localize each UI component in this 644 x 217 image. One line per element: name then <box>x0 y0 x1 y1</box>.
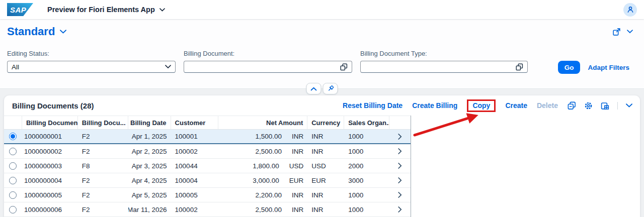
value-help-icon[interactable] <box>340 63 348 71</box>
cell-currency: INR <box>307 188 344 202</box>
variant-title: Standard <box>7 25 55 38</box>
row-radio-button[interactable] <box>9 191 17 199</box>
row-radio-button[interactable] <box>9 206 17 213</box>
row-navigation-cell[interactable] <box>389 202 411 216</box>
pin-icon <box>327 85 334 92</box>
billing-document-input[interactable] <box>184 61 352 73</box>
row-radio-button[interactable] <box>9 162 17 170</box>
cell-customer: 100002 <box>171 202 219 216</box>
table-row[interactable]: 1000000005F2Apr 5, 20251000052,200.00INR… <box>4 188 411 202</box>
row-radio-button[interactable] <box>9 133 17 140</box>
cell-net-amount: 2,200.00INR <box>218 188 307 202</box>
export-spreadsheet-icon <box>601 101 609 110</box>
chevron-down-icon <box>159 8 165 12</box>
column-header-sales-organ[interactable]: Sales Organ... <box>344 116 389 129</box>
dynamic-page-header: Standard Editing Status: All Billing Doc… <box>0 19 644 89</box>
editing-status-select[interactable]: All <box>7 61 176 73</box>
table-row[interactable]: 1000000006F2Mar 11, 20261000022,500.00IN… <box>4 202 411 217</box>
settings-button[interactable] <box>584 101 593 110</box>
chevron-down-icon[interactable] <box>627 30 633 34</box>
paste-button[interactable] <box>568 101 576 110</box>
create-button[interactable]: Create <box>505 101 527 110</box>
billing-document-type-input[interactable] <box>360 61 528 73</box>
row-navigation-cell[interactable] <box>389 159 411 173</box>
avatar[interactable] <box>623 3 637 17</box>
row-navigation-cell[interactable] <box>389 188 411 202</box>
share-icon[interactable] <box>612 28 621 36</box>
pin-header-button[interactable] <box>323 83 338 94</box>
collapse-header-button[interactable] <box>306 83 321 94</box>
cell-sales-org: 3000 <box>344 173 389 187</box>
red-highlight-box: Copy <box>467 99 496 112</box>
column-header-billing-date[interactable]: Billing Date <box>128 116 171 129</box>
column-header-net-amount[interactable]: Net Amount <box>218 116 307 129</box>
row-radio-button[interactable] <box>9 148 17 155</box>
toolbar-icons <box>568 101 632 110</box>
column-header-currency[interactable]: Currency <box>307 116 344 129</box>
shell-header: SAP Preview for Fiori Elements App <box>0 0 644 19</box>
row-select-cell[interactable] <box>4 188 22 202</box>
cell-customer: 100002 <box>171 144 219 158</box>
cell-billing-document: 1000000006 <box>22 202 78 216</box>
row-navigation-cell[interactable] <box>389 130 411 143</box>
net-amount-value: 3,000.00 <box>253 177 279 184</box>
table-row[interactable]: 1000000003F8Apr 3, 20251000441,800.00USD… <box>4 159 411 173</box>
reset-billing-date-button[interactable]: Reset Billing Date <box>343 101 403 110</box>
column-header-navigation <box>389 116 411 129</box>
table-menu-chevron-button[interactable] <box>626 103 632 107</box>
table-row[interactable]: 1000000001F2Apr 1, 20251000011,500.00INR… <box>4 130 411 144</box>
row-navigation-cell[interactable] <box>389 173 411 187</box>
chevron-up-icon <box>311 87 317 91</box>
row-select-cell[interactable] <box>4 159 22 173</box>
column-header-billing-docu[interactable]: Billing Docu... <box>78 116 128 129</box>
sap-logo-icon: SAP <box>7 3 33 16</box>
toolbar-separator <box>617 102 618 110</box>
adapt-filters-link[interactable]: Adapt Filters <box>588 64 629 71</box>
row-navigation-cell[interactable] <box>389 144 411 158</box>
cell-billing-date: Apr 4, 2025 <box>128 173 171 187</box>
cell-net-amount: 2,500.00INR <box>218 144 307 158</box>
net-amount-currency: INR <box>292 133 303 140</box>
column-header-billing-document[interactable]: Billing Document <box>22 116 78 129</box>
editing-status-value: All <box>12 63 19 71</box>
net-amount-value: 2,500.00 <box>255 206 282 213</box>
cell-customer: 100001 <box>171 130 219 143</box>
row-select-cell[interactable] <box>4 144 22 158</box>
table-row[interactable]: 1000000004F2Apr 4, 20251000043,000.00EUR… <box>4 173 411 188</box>
table-toolbar: Billing Documents (28) Reset Billing Dat… <box>4 95 640 116</box>
cell-currency: INR <box>307 130 344 143</box>
paste-icon <box>568 101 576 110</box>
cell-sales-org: 1000 <box>344 188 389 202</box>
cell-billing-doc-type: F2 <box>78 144 128 158</box>
chevron-down-icon <box>60 30 66 34</box>
copy-button[interactable]: Copy <box>472 101 490 110</box>
cell-billing-doc-type: F2 <box>78 188 128 202</box>
cell-net-amount: 1,800.00USD <box>218 159 307 173</box>
row-select-cell[interactable] <box>4 202 22 216</box>
row-select-cell[interactable] <box>4 173 22 187</box>
net-amount-value: 2,500.00 <box>255 148 282 155</box>
cell-billing-document: 1000000001 <box>22 130 78 143</box>
chevron-right-icon <box>398 206 402 212</box>
cell-billing-document: 1000000005 <box>22 188 78 202</box>
filter-editing-status: Editing Status: All <box>7 50 176 73</box>
variant-selector[interactable]: Standard <box>7 25 66 38</box>
cell-billing-document: 1000000003 <box>22 159 78 173</box>
billing-document-type-label: Billing Document Type: <box>360 50 528 57</box>
net-amount-value: 1,500.00 <box>255 133 282 140</box>
column-header-select <box>4 116 22 129</box>
go-button[interactable]: Go <box>558 61 581 74</box>
cell-currency: INR <box>307 202 344 216</box>
create-billing-button[interactable]: Create Billing <box>412 101 457 110</box>
cell-billing-date: Apr 5, 2025 <box>128 188 171 202</box>
chevron-right-icon <box>398 192 402 198</box>
row-radio-button[interactable] <box>9 177 17 184</box>
billing-documents-table-card: Billing Documents (28) Reset Billing Dat… <box>4 95 640 217</box>
value-help-icon[interactable] <box>516 63 523 71</box>
table-row[interactable]: 1000000002F2Apr 2, 20251000022,500.00INR… <box>4 144 411 159</box>
toolbar-actions: Reset Billing DateCreate BillingCopyCrea… <box>343 99 558 112</box>
row-select-cell[interactable] <box>4 130 22 143</box>
app-title-menu[interactable]: Preview for Fiori Elements App <box>47 6 165 14</box>
export-to-spreadsheet-button[interactable] <box>601 101 609 110</box>
column-header-customer[interactable]: Customer <box>171 116 219 129</box>
